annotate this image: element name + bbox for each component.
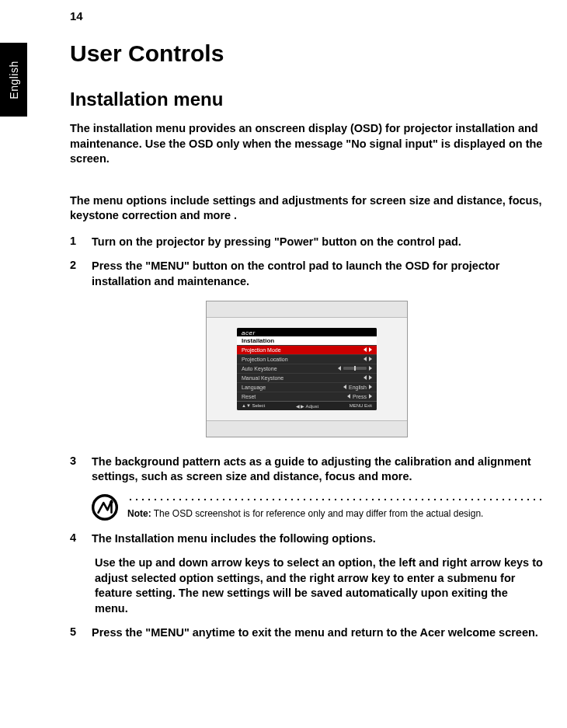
- step-5: 5 Press the "MENU" anytime to exit the m…: [70, 625, 544, 641]
- step-2: 2 Press the "MENU" button on the control…: [70, 259, 544, 289]
- step-4: 4 The Installation menu includes the fol…: [70, 531, 544, 547]
- step-text: The Installation menu includes the follo…: [92, 531, 544, 547]
- step-number: 5: [70, 625, 92, 641]
- text-fragment: " anytime to exit the menu and return to…: [184, 626, 538, 639]
- text-bold: MENU: [151, 626, 184, 639]
- text-bold: Power: [280, 235, 314, 248]
- osd-row: Language English: [237, 382, 377, 392]
- note-body: The OSD screenshot is for reference only…: [151, 508, 484, 519]
- osd-screen: acerInstallationProjection Mode Projecti…: [206, 301, 408, 437]
- text-fragment: Press the ": [92, 626, 151, 639]
- osd-screenshot: acerInstallationProjection Mode Projecti…: [70, 301, 544, 437]
- intro-paragraph-1: The installation menu provides an onscre…: [70, 121, 544, 167]
- step-text: Turn on the projector by pressing "Power…: [92, 235, 544, 250]
- step-number: 1: [70, 235, 92, 250]
- heading-user-controls: User Controls: [70, 40, 544, 67]
- dotted-separator: [127, 499, 544, 500]
- step-4-sub: Use the up and down arrow keys to select…: [95, 556, 544, 616]
- note-content: Note: The OSD screenshot is for referenc…: [127, 494, 544, 521]
- osd-footer: ▲▼ Select◀ ▶ AdjustMENU Exit: [237, 401, 377, 410]
- language-tab-label: English: [8, 61, 20, 99]
- text-fragment: Press the ": [92, 260, 151, 272]
- step-text: Press the "MENU" anytime to exit the men…: [92, 625, 544, 641]
- page-number: 14: [70, 9, 83, 23]
- svg-point-0: [93, 495, 117, 519]
- text-bold: MENU: [151, 260, 184, 272]
- osd-row: Projection Mode: [237, 345, 377, 354]
- svg-point-1: [110, 500, 113, 503]
- note-text: Note: The OSD screenshot is for referenc…: [127, 508, 544, 521]
- step-number: 2: [70, 259, 92, 289]
- page-content: User Controls Installation menu The inst…: [70, 40, 544, 650]
- step-text: Press the "MENU" button on the control p…: [92, 259, 544, 289]
- text-fragment: " button on the control pad.: [313, 235, 461, 248]
- intro-paragraph-2: The menu options include settings and ad…: [70, 193, 544, 224]
- step-number: 4: [70, 531, 92, 547]
- osd-brand: acer: [237, 328, 377, 336]
- language-tab: English: [0, 43, 27, 117]
- osd-title: Installation: [237, 336, 377, 345]
- osd-row: Projection Location: [237, 354, 377, 364]
- step-1: 1 Turn on the projector by pressing "Pow…: [70, 235, 544, 250]
- note-block: Note: The OSD screenshot is for referenc…: [92, 494, 544, 521]
- note-icon: [92, 494, 118, 521]
- step-number: 3: [70, 455, 92, 485]
- osd-row: Manual Keystone: [237, 373, 377, 382]
- osd-row: Reset Press: [237, 392, 377, 401]
- heading-installation-menu: Installation menu: [70, 89, 544, 110]
- step-text: The background pattern acts as a guide t…: [92, 455, 544, 485]
- note-label: Note:: [127, 508, 151, 519]
- text-fragment: Turn on the projector by pressing ": [92, 235, 280, 248]
- osd-row: Auto Keystone: [237, 364, 377, 373]
- osd-menu-panel: acerInstallationProjection Mode Projecti…: [237, 328, 377, 410]
- step-3: 3 The background pattern acts as a guide…: [70, 455, 544, 485]
